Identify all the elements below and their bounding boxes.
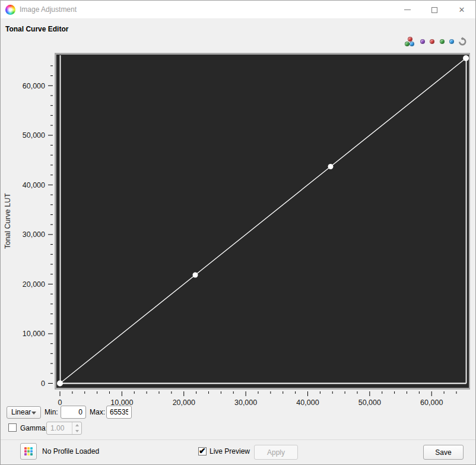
x-tick-label: 20,000 bbox=[173, 398, 195, 407]
channel-blue-icon[interactable] bbox=[449, 39, 454, 44]
channel-red-icon[interactable] bbox=[430, 39, 434, 44]
y-tick-label: 50,000 bbox=[23, 131, 45, 140]
rgb-green-dot-icon bbox=[405, 42, 410, 46]
y-tick-label: 30,000 bbox=[23, 230, 45, 239]
minimize-icon bbox=[404, 10, 411, 10]
footer-divider bbox=[1, 439, 475, 440]
gamma-spin-buttons bbox=[72, 422, 81, 434]
y-tick-label: 60,000 bbox=[23, 82, 45, 90]
curve-type-dropdown[interactable]: Linear bbox=[7, 406, 41, 419]
control-point[interactable] bbox=[328, 164, 334, 169]
save-button-label: Save bbox=[435, 448, 451, 457]
min-label: Min: bbox=[45, 406, 58, 419]
max-input[interactable] bbox=[106, 406, 132, 419]
x-tick-label: 30,000 bbox=[234, 398, 257, 407]
channel-rgb-combined-icon[interactable] bbox=[405, 37, 415, 46]
apply-button[interactable]: Apply bbox=[254, 445, 298, 460]
control-point[interactable] bbox=[193, 273, 198, 278]
y-tick-label: 10,000 bbox=[23, 330, 45, 338]
x-tick-label: 40,000 bbox=[296, 398, 319, 407]
live-preview-label: Live Preview bbox=[210, 443, 250, 460]
minimize-button[interactable] bbox=[394, 1, 421, 19]
rgb-red-dot-icon bbox=[408, 37, 412, 42]
gamma-value: 1.00 bbox=[50, 422, 64, 434]
close-button[interactable]: ✕ bbox=[448, 1, 475, 19]
spin-down-icon[interactable] bbox=[72, 428, 81, 434]
gamma-checkbox[interactable] bbox=[8, 423, 17, 432]
reset-icon bbox=[457, 36, 468, 47]
image-adjustment-window: Image Adjustment ✕ Tonal Curve Editor 01… bbox=[0, 0, 476, 465]
close-icon: ✕ bbox=[459, 6, 465, 14]
titlebar: Image Adjustment ✕ bbox=[1, 1, 475, 19]
spin-up-icon[interactable] bbox=[72, 422, 81, 428]
min-input[interactable] bbox=[61, 406, 86, 419]
color-wheel-app-icon bbox=[5, 5, 15, 15]
channel-green-icon[interactable] bbox=[440, 39, 445, 44]
y-tick-label: 40,000 bbox=[23, 181, 45, 189]
profile-grid-icon bbox=[24, 447, 33, 455]
x-tick-label: 60,000 bbox=[420, 398, 443, 407]
load-profile-button[interactable] bbox=[20, 443, 37, 460]
reset-curve-button[interactable] bbox=[456, 36, 468, 48]
window-title: Image Adjustment bbox=[20, 1, 77, 19]
rgb-blue-dot-icon bbox=[410, 42, 414, 46]
x-tick-label: 50,000 bbox=[358, 398, 381, 407]
y-tick-label: 20,000 bbox=[23, 280, 45, 289]
apply-button-label: Apply bbox=[267, 448, 285, 457]
save-button[interactable]: Save bbox=[423, 445, 464, 460]
tonal-curve-chart: 010,00020,00030,00040,00050,00060,000010… bbox=[1, 51, 476, 410]
profile-status: No Profile Loaded bbox=[42, 443, 99, 460]
y-tick-label: 0 bbox=[41, 379, 45, 388]
maximize-button[interactable] bbox=[421, 1, 448, 19]
control-point[interactable] bbox=[463, 55, 469, 61]
y-axis-title: Tonal Curve LUT bbox=[4, 193, 12, 249]
live-preview-checkbox[interactable] bbox=[198, 447, 207, 455]
channel-luminance-icon[interactable] bbox=[420, 39, 425, 44]
curve-type-value: Linear bbox=[11, 408, 31, 416]
section-title: Tonal Curve Editor bbox=[5, 25, 68, 33]
gamma-spinner[interactable]: 1.00 bbox=[46, 422, 82, 435]
control-point[interactable] bbox=[57, 381, 63, 387]
gamma-label: Gamma: bbox=[20, 422, 47, 435]
max-label: Max: bbox=[90, 406, 105, 419]
window-controls: ✕ bbox=[394, 1, 475, 19]
maximize-icon bbox=[431, 7, 437, 13]
